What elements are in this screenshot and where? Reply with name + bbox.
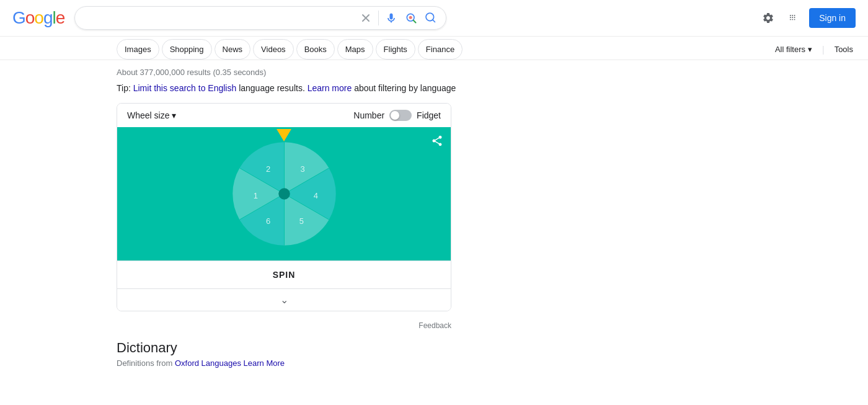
dictionary-source: Definitions from Oxford Languages Learn … <box>117 358 451 368</box>
svg-text:3: 3 <box>300 164 304 174</box>
svg-text:1: 1 <box>253 191 257 200</box>
spin-button-row[interactable]: SPIN <box>117 260 451 288</box>
spinner-wheel-container[interactable]: 3 4 5 6 1 2 <box>227 136 342 251</box>
wheel-size-button[interactable]: Wheel size ▾ <box>127 110 176 120</box>
svg-text:5: 5 <box>299 216 303 226</box>
tip-prefix: Tip: <box>117 83 133 93</box>
nav-news[interactable]: News <box>215 39 251 60</box>
expand-row[interactable]: ⌄ <box>117 288 451 311</box>
spinner-widget: Wheel size ▾ Number Fidget <box>117 103 451 311</box>
svg-text:6: 6 <box>265 216 270 226</box>
search-bar-wrapper: Spinner <box>74 6 446 30</box>
main-content: About 377,000,000 results (0.35 seconds)… <box>0 60 868 375</box>
google-logo: Google <box>12 8 64 28</box>
svg-point-1 <box>409 16 412 19</box>
number-label: Number <box>353 110 384 120</box>
spinner-wheel[interactable]: 3 4 5 6 1 2 <box>227 136 342 251</box>
lens-search-button[interactable] <box>404 11 418 25</box>
feedback-button[interactable]: Feedback <box>418 321 451 330</box>
dictionary-section: Dictionary Definitions from Oxford Langu… <box>117 340 451 368</box>
nav-flights[interactable]: Flights <box>376 39 415 60</box>
nav-finance[interactable]: Finance <box>418 39 463 60</box>
spinner-mode-right: Number Fidget <box>353 110 441 121</box>
sign-in-button[interactable]: Sign in <box>809 8 856 28</box>
nav-books[interactable]: Books <box>296 39 335 60</box>
share-button[interactable] <box>431 135 443 150</box>
wheel-size-chevron-icon: ▾ <box>172 110 176 120</box>
google-search-submit-button[interactable] <box>423 11 438 25</box>
spinner-controls: Wheel size ▾ Number Fidget <box>117 104 451 127</box>
oxford-languages-link[interactable]: Oxford Languages <box>175 358 241 368</box>
nav-shopping[interactable]: Shopping <box>162 39 212 60</box>
tools-button[interactable]: Tools <box>832 40 856 59</box>
results-count: About 377,000,000 results (0.35 seconds) <box>117 68 856 77</box>
google-logo-area: Google <box>12 8 64 28</box>
spin-button[interactable]: SPIN <box>273 270 296 280</box>
fidget-label: Fidget <box>417 110 441 120</box>
all-filters-button[interactable]: All filters ▾ <box>773 40 815 59</box>
voice-search-button[interactable] <box>384 11 399 25</box>
limit-search-link[interactable]: Limit this search to <box>133 83 206 93</box>
search-input[interactable]: Spinner <box>82 12 353 24</box>
nav-right-controls: All filters ▾ | Tools <box>773 40 856 59</box>
nav-maps[interactable]: Maps <box>337 39 373 60</box>
feedback-area: Feedback <box>117 321 451 330</box>
learn-more-dict-link[interactable]: Learn More <box>244 358 285 368</box>
tip-suffix: about filtering by language <box>354 83 456 93</box>
nav-images[interactable]: Images <box>117 39 159 60</box>
settings-button[interactable] <box>760 9 777 27</box>
header-right: Sign in <box>760 8 856 28</box>
tip-separator: language results. <box>239 83 308 93</box>
dictionary-title: Dictionary <box>117 340 451 356</box>
svg-text:2: 2 <box>265 164 270 174</box>
english-text: English <box>208 83 236 93</box>
number-fidget-toggle[interactable] <box>389 110 412 121</box>
nav-videos[interactable]: Videos <box>253 39 294 60</box>
definitions-from-text: Definitions from <box>117 358 172 368</box>
apps-button[interactable] <box>784 9 802 27</box>
svg-text:4: 4 <box>313 191 317 200</box>
spinner-pointer <box>277 129 291 141</box>
tip-bar: Tip: Limit this search to English langua… <box>117 83 856 93</box>
spinner-canvas-area[interactable]: 3 4 5 6 1 2 <box>117 127 451 260</box>
expand-chevron-icon: ⌄ <box>280 294 288 306</box>
header: Google Spinner <box>0 0 868 37</box>
svg-point-8 <box>278 188 290 200</box>
search-divider <box>378 11 379 25</box>
search-bar: Spinner <box>74 6 446 30</box>
clear-button[interactable] <box>358 11 373 25</box>
chevron-down-icon: ▾ <box>808 45 812 54</box>
nav-bar: Images Shopping News Videos Books Maps F… <box>0 37 868 60</box>
learn-more-tip-link[interactable]: Learn more <box>308 83 352 93</box>
